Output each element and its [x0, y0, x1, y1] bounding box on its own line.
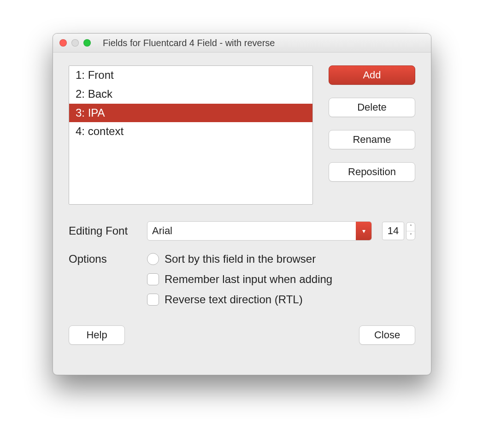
top-row: 1: Front2: Back3: IPA4: context Add Dele…	[69, 65, 415, 205]
editing-font-row: Editing Font Arial ▾ 14 ˄ ˅	[69, 221, 415, 241]
titlebar: Fields for Fluentcard 4 Field - with rev…	[53, 34, 431, 53]
option-sort[interactable]: Sort by this field in the browser	[147, 253, 332, 265]
spinner-down-icon[interactable]: ˅	[406, 231, 415, 240]
options-list: Sort by this field in the browser Rememb…	[147, 253, 332, 306]
fields-dialog: Fields for Fluentcard 4 Field - with rev…	[53, 33, 431, 375]
close-icon[interactable]	[59, 39, 67, 47]
option-rtl-label: Reverse text direction (RTL)	[165, 293, 303, 306]
editing-font-value: Arial	[147, 225, 356, 237]
rename-button[interactable]: Rename	[329, 130, 415, 149]
list-item[interactable]: 3: IPA	[69, 104, 312, 123]
side-buttons: Add Delete Rename Reposition	[329, 65, 415, 205]
add-button[interactable]: Add	[329, 65, 415, 85]
options-block: Options Sort by this field in the browse…	[69, 253, 415, 306]
list-item[interactable]: 1: Front	[69, 66, 312, 85]
radio-icon[interactable]	[147, 253, 159, 265]
window-title: Fields for Fluentcard 4 Field - with rev…	[103, 38, 424, 48]
chevron-down-icon[interactable]: ▾	[356, 222, 371, 240]
font-size-spinner: ˄ ˅	[406, 222, 415, 240]
delete-button[interactable]: Delete	[329, 98, 415, 117]
close-button[interactable]: Close	[359, 325, 415, 345]
editing-font-label: Editing Font	[69, 224, 147, 237]
editing-font-select[interactable]: Arial ▾	[147, 221, 372, 241]
options-label: Options	[69, 253, 147, 306]
option-remember-label: Remember last input when adding	[165, 273, 332, 286]
minimize-icon[interactable]	[71, 39, 79, 47]
checkbox-icon[interactable]	[147, 273, 159, 285]
checkbox-icon[interactable]	[147, 294, 159, 306]
bottom-row: Help Close	[69, 325, 415, 345]
list-item[interactable]: 2: Back	[69, 85, 312, 104]
list-item[interactable]: 4: context	[69, 122, 312, 141]
spinner-up-icon[interactable]: ˄	[406, 223, 415, 231]
font-size-input[interactable]: 14	[382, 222, 404, 240]
fields-listbox[interactable]: 1: Front2: Back3: IPA4: context	[69, 65, 313, 205]
option-remember[interactable]: Remember last input when adding	[147, 273, 332, 286]
option-rtl[interactable]: Reverse text direction (RTL)	[147, 293, 332, 306]
font-size-stepper: 14 ˄ ˅	[382, 222, 415, 240]
window-controls	[59, 39, 91, 47]
content: 1: Front2: Back3: IPA4: context Add Dele…	[53, 53, 431, 356]
reposition-button[interactable]: Reposition	[329, 162, 415, 182]
option-sort-label: Sort by this field in the browser	[165, 253, 316, 265]
zoom-icon[interactable]	[83, 39, 91, 47]
help-button[interactable]: Help	[69, 325, 125, 345]
